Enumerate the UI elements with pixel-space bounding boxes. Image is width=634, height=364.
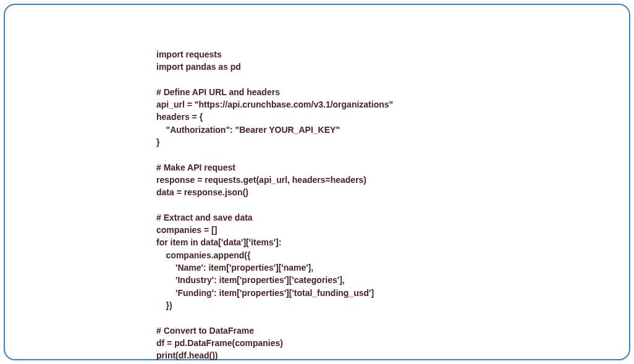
code-frame: import requests import pandas as pd # De… [4, 4, 630, 360]
code-block: import requests import pandas as pd # De… [156, 48, 629, 362]
